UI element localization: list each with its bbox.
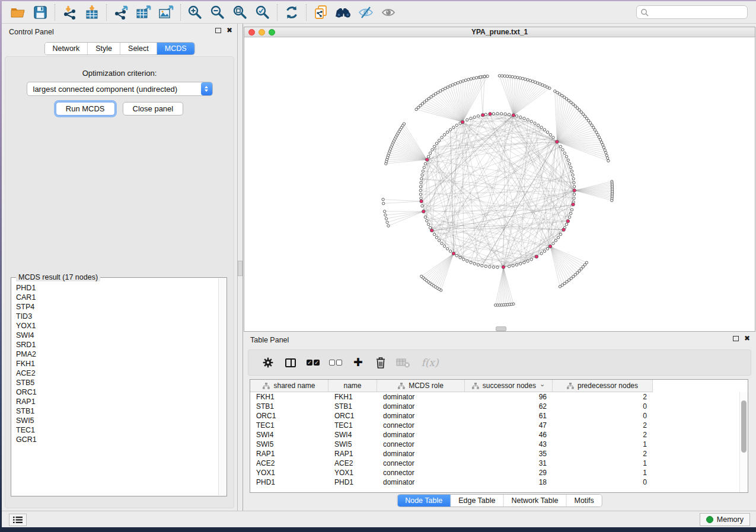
network-ring-node[interactable] [470,261,472,264]
network-leaf-node[interactable] [385,217,387,220]
network-ring-node[interactable] [473,116,476,118]
network-leaf-node[interactable] [604,149,606,151]
network-ring-node[interactable] [570,170,573,172]
table-tab-network-table[interactable]: Network Table [504,495,567,507]
network-leaf-node[interactable] [592,126,595,129]
network-leaf-node[interactable] [467,78,470,81]
deselect-all-rows-button[interactable] [324,352,347,373]
delete-table-button[interactable] [392,352,414,373]
network-leaf-node[interactable] [559,286,561,288]
network-ring-node[interactable] [534,122,536,124]
network-leaf-node[interactable] [498,75,500,77]
network-ring-node[interactable] [543,129,546,131]
open-file-button[interactable] [7,3,29,22]
network-ring-node[interactable] [484,265,487,267]
network-ring-node[interactable] [527,260,529,262]
splitter-grip[interactable] [238,261,243,276]
network-ring-node[interactable] [573,197,575,199]
network-ring-node[interactable] [570,166,572,168]
network-leaf-node[interactable] [470,78,472,80]
table-row[interactable]: ORC1ORC1dominator610 [250,411,739,421]
network-mcds-node[interactable] [461,120,464,124]
network-ring-node[interactable] [441,136,443,139]
network-ring-node[interactable] [424,162,426,165]
network-ring-node[interactable] [477,115,479,117]
import-network-button[interactable] [58,3,81,22]
network-ring-node[interactable] [449,250,451,252]
network-leaf-node[interactable] [439,89,442,92]
column-header-MCDS-role[interactable]: MCDS role [377,380,465,392]
column-header-predecessor-nodes[interactable]: predecessor nodes [553,380,653,392]
table-row[interactable]: PHD1PHD1dominator180 [250,477,739,487]
network-leaf-node[interactable] [387,225,390,227]
network-leaf-node[interactable] [598,136,600,138]
tab-mcds[interactable]: MCDS [157,43,194,55]
network-ring-node[interactable] [462,258,465,261]
column-header-name[interactable]: name [328,380,377,392]
network-ring-node[interactable] [543,250,546,252]
network-ring-node[interactable] [570,209,573,211]
network-mcds-node[interactable] [502,265,505,269]
zoom-fit-button[interactable] [229,3,251,22]
network-ring-node[interactable] [519,262,522,265]
network-ring-node[interactable] [565,155,567,158]
network-leaf-node[interactable] [602,146,605,149]
mcds-result-item[interactable]: ORC1 [16,387,218,397]
network-leaf-node[interactable] [521,77,524,79]
network-ring-node[interactable] [500,113,502,115]
network-ring-node[interactable] [565,223,567,225]
network-mcds-node[interactable] [489,113,492,116]
network-leaf-node[interactable] [548,87,551,89]
network-ring-node[interactable] [427,155,429,158]
table-settings-button[interactable] [257,352,279,373]
memory-button[interactable]: Memory [700,513,750,526]
network-ring-node[interactable] [441,242,443,245]
network-leaf-node[interactable] [605,154,608,156]
network-leaf-node[interactable] [383,210,385,213]
network-ring-node[interactable] [484,113,487,116]
network-mcds-node[interactable] [562,228,566,232]
find-button[interactable] [332,3,355,22]
delete-column-button[interactable] [369,352,392,373]
network-ring-node[interactable] [433,145,435,148]
network-ring-node[interactable] [504,113,506,115]
table-row[interactable]: ACE2ACE2connector311 [250,459,739,468]
table-tab-node-table[interactable]: Node Table [397,495,451,507]
table-tab-motifs[interactable]: Motifs [566,495,601,507]
refresh-button[interactable] [280,3,303,22]
import-table-button[interactable] [81,3,103,22]
network-ring-node[interactable] [473,262,476,265]
hide-selected-button[interactable] [355,3,377,22]
table-row[interactable]: SWI5SWI5connector431 [250,440,739,449]
mcds-result-item[interactable]: TID3 [16,312,218,321]
network-ring-node[interactable] [455,254,458,257]
network-ring-node[interactable] [519,116,522,118]
table-row[interactable]: SWI4SWI4dominator462 [250,430,739,440]
mcds-result-item[interactable]: SWI4 [16,331,218,340]
close-panel-button[interactable]: Close panel [123,102,184,116]
network-leaf-node[interactable] [595,131,598,133]
network-ring-node[interactable] [466,260,468,262]
network-leaf-node[interactable] [509,75,511,78]
network-ring-node[interactable] [438,139,440,142]
network-ring-node[interactable] [546,131,548,133]
network-mcds-node[interactable] [535,255,538,258]
mcds-result-item[interactable]: PMA2 [16,350,218,359]
tab-network[interactable]: Network [44,43,88,55]
network-mcds-node[interactable] [512,114,515,117]
network-mcds-node[interactable] [566,220,570,223]
network-ring-node[interactable] [492,113,495,115]
network-leaf-node[interactable] [420,275,423,277]
table-panel-close-icon[interactable]: ✖ [744,335,750,341]
network-leaf-node[interactable] [600,141,602,143]
mcds-result-item[interactable]: STB5 [16,378,218,387]
network-ring-node[interactable] [420,178,423,180]
network-leaf-node[interactable] [444,87,446,89]
table-panel-float-icon[interactable] [733,336,739,341]
network-leaf-node[interactable] [479,76,481,78]
network-leaf-node[interactable] [494,304,496,306]
network-leaf-node[interactable] [403,123,405,125]
network-leaf-node[interactable] [384,214,387,216]
table-row[interactable]: STB1STB1dominator620 [250,402,739,411]
network-leaf-node[interactable] [501,75,503,77]
